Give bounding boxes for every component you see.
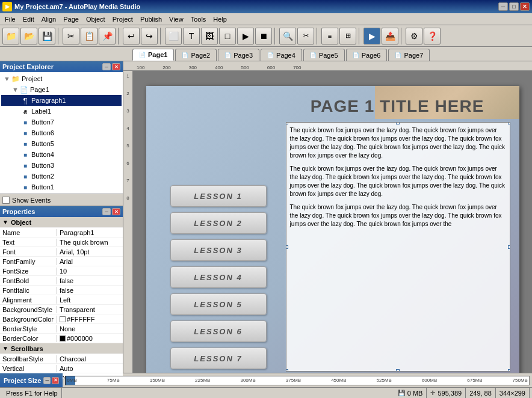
toolbar-new[interactable]: 📁 (2, 28, 19, 44)
tree-item-label1[interactable]: a Label1 (1, 106, 122, 117)
tree-item-button1[interactable]: ■ Button1 (1, 182, 122, 192)
tree-item-button7[interactable]: ■ Button7 (1, 117, 122, 127)
toolbar-button[interactable]: □ (219, 28, 236, 44)
prop-borderstyle: BorderStyle None (0, 324, 123, 334)
tab-page2[interactable]: 📄Page2 (175, 49, 217, 61)
maximize-button[interactable]: □ (509, 2, 519, 11)
tree-item-project[interactable]: ▼ 📁 Project (1, 73, 122, 84)
ruler-vertical: 1 2 3 4 5 6 7 8 (123, 71, 133, 373)
toolbar-crop[interactable]: ✂ (297, 28, 314, 44)
tree-item-button4[interactable]: ■ Button4 (1, 149, 122, 160)
properties-minimize-btn[interactable]: ─ (102, 208, 111, 215)
tab-page1[interactable]: 📄Page1 (132, 49, 174, 61)
menu-help[interactable]: Help (209, 14, 230, 24)
menu-edit[interactable]: Edit (19, 14, 38, 24)
status-mb: 💾 0 MB (394, 388, 427, 398)
toolbar-image[interactable]: 🖼 (201, 28, 218, 44)
tab-page7[interactable]: 📄Page7 (388, 49, 430, 61)
tab-page3[interactable]: 📄Page3 (218, 49, 259, 61)
expand-page1[interactable]: ▼ (12, 86, 19, 93)
handle-bm[interactable] (396, 369, 400, 372)
explorer-close-btn[interactable]: ✕ (112, 63, 120, 70)
handle-tl[interactable] (286, 122, 288, 124)
proj-size-minimize[interactable]: ─ (43, 377, 51, 384)
tab-page6[interactable]: 📄Page6 (346, 49, 388, 61)
tree-item-button2[interactable]: ■ Button2 (1, 171, 122, 182)
lesson-btn-2[interactable]: LESSON 2 (170, 212, 267, 234)
page-title: PAGE 1 TITLE HERE (285, 97, 510, 116)
lesson-btn-5[interactable]: LESSON 5 (170, 293, 267, 315)
properties-close-btn[interactable]: ✕ (112, 208, 120, 215)
toolbar-help[interactable]: ❓ (424, 28, 441, 44)
show-events-checkbox[interactable] (2, 197, 10, 204)
handle-br[interactable] (508, 369, 510, 372)
canvas-page[interactable]: PAGE 1 TITLE HERE LESSON 1 LESSON 2 LESS… (146, 86, 519, 373)
project-size-header: Project Size ─ ✕ (0, 373, 63, 387)
lesson-btn-4[interactable]: LESSON 4 (170, 266, 267, 288)
toolbar-paste[interactable]: 📌 (99, 28, 116, 44)
toolbar-preview[interactable]: ▶ (363, 28, 380, 44)
toolbar-select[interactable]: ⬜ (165, 28, 182, 44)
toolbar-stop[interactable]: ⏹ (255, 28, 272, 44)
menu-publish[interactable]: Publish (137, 14, 165, 24)
tab-page5[interactable]: 📄Page5 (303, 49, 345, 61)
statusbar: Press F1 for Help 💾 0 MB ✛ 595,389 249, … (0, 387, 532, 398)
menu-file[interactable]: File (1, 14, 19, 24)
proj-size-btns: ─ ✕ (43, 377, 59, 384)
toolbar-text[interactable]: T (183, 28, 200, 44)
menu-page[interactable]: Page (60, 14, 82, 24)
toolbar-align[interactable]: ≡ (321, 28, 338, 44)
tree-item-page1[interactable]: ▼ 📄 Page1 (1, 84, 122, 95)
lesson-btn-7[interactable]: LESSON 7 (170, 347, 267, 369)
toolbar-open[interactable]: 📂 (20, 28, 37, 44)
paragraph-text-box[interactable]: The quick brown fox jumps over the lazy … (286, 122, 510, 372)
lesson-btn-6[interactable]: LESSON 6 (170, 320, 267, 342)
tab-icon-page3: 📄 (224, 52, 231, 58)
minimize-button[interactable]: ─ (498, 2, 508, 11)
toolbar-zoom[interactable]: 🔍 (279, 28, 296, 44)
prop-fontbold: FontBold false (0, 276, 123, 286)
tree-item-button6[interactable]: ■ Button6 (1, 127, 122, 138)
menu-view[interactable]: View (165, 14, 187, 24)
menu-project[interactable]: Project (109, 14, 137, 24)
text-paragraph-3: The quick brown fox jumps over the lazy … (290, 203, 506, 228)
menu-object[interactable]: Object (82, 14, 109, 24)
handle-ml[interactable] (286, 245, 288, 249)
handle-tr[interactable] (508, 122, 510, 124)
lesson-btn-3[interactable]: LESSON 3 (170, 239, 267, 261)
toolbar-sep1 (58, 28, 60, 44)
proj-size-close[interactable]: ✕ (52, 377, 59, 384)
expand-project[interactable]: ▼ (4, 75, 11, 82)
tree-item-button5[interactable]: ■ Button5 (1, 138, 122, 149)
toolbar-settings[interactable]: ⚙ (406, 28, 422, 44)
toolbar-undo[interactable]: ↩ (123, 28, 140, 44)
handle-bl[interactable] (286, 369, 288, 372)
toolbar-publish-btn[interactable]: 📤 (382, 28, 398, 44)
toolbar-copy[interactable]: 📋 (81, 28, 97, 44)
lesson-btn-1[interactable]: LESSON 1 (170, 185, 267, 207)
menu-align[interactable]: Align (38, 14, 60, 24)
tree-item-button3[interactable]: ■ Button3 (1, 160, 122, 171)
project-explorer-header: Project Explorer ─ ✕ (0, 61, 123, 72)
toolbar-video[interactable]: ▶ (237, 28, 254, 44)
close-button[interactable]: ✕ (520, 2, 530, 11)
toolbar-save[interactable]: 💾 (39, 28, 55, 44)
tab-icon-page1: 📄 (139, 52, 146, 58)
properties-panel: Properties ─ ✕ ▼ Object Name Paragraph1 … (0, 206, 123, 379)
canvas-scroll-area[interactable]: PAGE 1 TITLE HERE LESSON 1 LESSON 2 LESS… (133, 71, 532, 373)
project-explorer: Project Explorer ─ ✕ ▼ 📁 Project ▼ 📄 Pa (0, 61, 123, 206)
menu-tools[interactable]: Tools (187, 14, 210, 24)
toolbar-cut[interactable]: ✂ (63, 28, 79, 44)
cursor-icon: ✛ (430, 390, 435, 396)
tab-page4[interactable]: 📄Page4 (261, 49, 302, 61)
canvas-area[interactable]: 100 200 300 400 500 600 700 1 2 3 4 5 6 … (123, 61, 532, 373)
explorer-minimize-btn[interactable]: ─ (102, 63, 111, 70)
main-layout: Project Explorer ─ ✕ ▼ 📁 Project ▼ 📄 Pa (0, 61, 532, 373)
button-icon-4: ■ (20, 150, 30, 159)
handle-mr[interactable] (508, 245, 510, 249)
toolbar-distribute[interactable]: ⊞ (339, 28, 356, 44)
tree-item-paragraph1[interactable]: ¶ Paragraph1 (1, 95, 122, 106)
show-events-row[interactable]: Show Events (0, 194, 123, 206)
toolbar-redo[interactable]: ↪ (141, 28, 158, 44)
handle-tm[interactable] (396, 122, 400, 124)
